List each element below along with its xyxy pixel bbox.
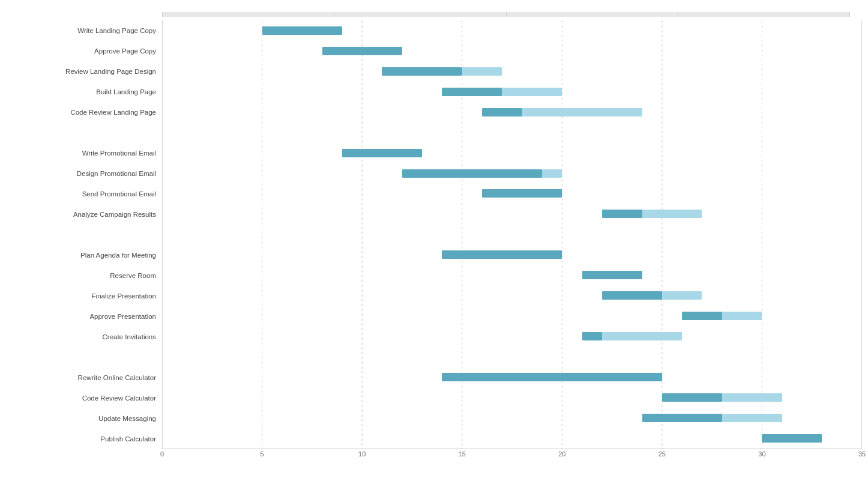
bar-dark: [442, 250, 562, 259]
task-label: Write Landing Page Copy: [6, 24, 162, 37]
chart-area: Write Landing Page CopyApprove Page Copy…: [6, 20, 862, 449]
week-label-2: [334, 12, 506, 17]
bar-row: [162, 330, 862, 343]
bar-row: [162, 24, 862, 37]
x-axis-tick-label: 35: [858, 450, 866, 458]
bar-row: [162, 44, 862, 58]
task-label: Reserve Room: [6, 269, 162, 282]
bar-row: [162, 126, 862, 139]
task-label: Code Review Landing Page: [6, 106, 162, 119]
x-axis: 05101520253035: [162, 450, 850, 464]
task-labels: Write Landing Page CopyApprove Page Copy…: [6, 20, 162, 449]
task-label: Approve Presentation: [6, 310, 162, 323]
bar-dark: [762, 434, 822, 443]
x-axis-tick-label: 0: [160, 450, 164, 458]
bar-dark: [402, 169, 542, 178]
x-axis-tick-label: 25: [659, 450, 666, 458]
chart-container: Write Landing Page CopyApprove Page Copy…: [0, 0, 868, 502]
week-label-4: [678, 12, 850, 17]
gantt-area: [162, 20, 862, 449]
bar-light: [602, 332, 682, 340]
task-label: Publish Calculator: [6, 432, 162, 446]
task-label: Finalize Presentation: [6, 289, 162, 303]
x-axis-tick-label: 5: [261, 450, 264, 458]
bar-light: [522, 108, 642, 116]
bar-dark: [262, 26, 342, 35]
bar-dark: [682, 312, 722, 320]
bar-dark: [442, 88, 502, 96]
task-label: Approve Page Copy: [6, 44, 162, 58]
task-label: Analyze Campaign Results: [6, 208, 162, 221]
x-axis-tick-label: 20: [558, 450, 565, 458]
task-label: Code Review Calculator: [6, 392, 162, 405]
task-label: Create Invitations: [6, 330, 162, 343]
bar-dark: [662, 393, 722, 402]
task-label: Rewrite Online Calculator: [6, 371, 162, 384]
task-label: Plan Agenda for Meeting: [6, 249, 162, 262]
x-axis-tick-label: 10: [358, 450, 366, 458]
bar-light: [722, 393, 782, 402]
bar-row: [162, 106, 862, 119]
bar-light: [642, 210, 702, 218]
task-label: Write Promotional Email: [6, 147, 162, 160]
bar-row: [162, 289, 862, 302]
bar-row: [162, 350, 862, 363]
task-label: Review Landing Page Design: [6, 65, 162, 78]
bar-dark: [442, 373, 662, 381]
task-label: Send Promotional Email: [6, 187, 162, 201]
week-label-1: [162, 12, 334, 17]
bar-dark: [482, 189, 562, 198]
bar-dark: [382, 67, 462, 76]
bar-row: [162, 147, 862, 160]
bar-row: [162, 85, 862, 98]
bar-row: [162, 309, 862, 322]
task-label: Build Landing Page: [6, 85, 162, 98]
bar-row: [162, 268, 862, 282]
bar-dark: [642, 414, 722, 422]
bar-row: [162, 411, 862, 425]
bar-row: [162, 187, 862, 200]
bar-row: [162, 370, 862, 384]
bar-light: [722, 414, 782, 422]
bar-light: [662, 291, 702, 300]
task-label: Design Promotional Email: [6, 167, 162, 180]
task-label: Update Messaging: [6, 412, 162, 425]
bar-dark: [482, 108, 522, 116]
bar-light: [542, 169, 562, 178]
bar-light: [722, 312, 762, 320]
week-header: [162, 12, 850, 17]
bar-row: [162, 248, 862, 261]
x-axis-tick-label: 30: [758, 450, 765, 458]
bar-dark: [602, 210, 642, 218]
bars-container: [162, 20, 862, 449]
bar-row: [162, 207, 862, 220]
week-label-3: [507, 12, 678, 17]
x-axis-tick-label: 15: [459, 450, 466, 458]
bar-dark: [582, 271, 642, 279]
bar-dark: [582, 332, 602, 340]
bar-dark: [342, 149, 422, 157]
bar-row: [162, 167, 862, 180]
bar-dark: [322, 47, 402, 55]
bar-dark: [602, 291, 662, 300]
bar-light: [462, 67, 502, 76]
bar-row: [162, 228, 862, 241]
bar-light: [502, 88, 562, 96]
bar-row: [162, 432, 862, 445]
bar-row: [162, 391, 862, 404]
bar-row: [162, 65, 862, 78]
